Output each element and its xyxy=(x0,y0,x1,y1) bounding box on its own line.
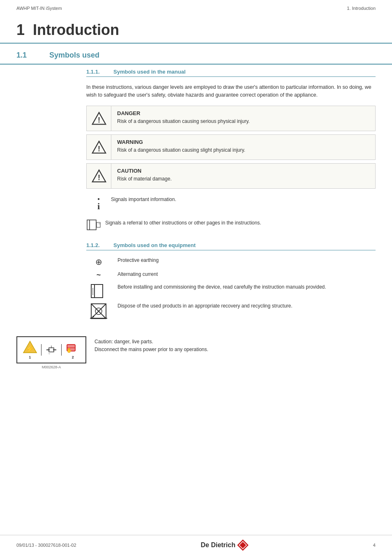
ac-text: Alternating current xyxy=(118,271,376,278)
header-left: AWHP MIT-IN iSystem xyxy=(16,6,62,11)
caution-box: ! CAUTION Risk of material damage. xyxy=(86,163,376,189)
caution-label: CAUTION xyxy=(117,168,369,174)
warning-content: WARNING Risk of a dangerous situation ca… xyxy=(111,135,375,158)
earth-icon-cell: ⊕ xyxy=(86,257,111,267)
info-bullet: ● xyxy=(97,197,100,201)
caution-content: CAUTION Risk of material damage. xyxy=(111,164,375,187)
footer-logo: De Dietrich xyxy=(201,539,248,551)
recycle-text: Dispose of the used products in an appro… xyxy=(118,303,376,310)
earth-text: Protective earthing xyxy=(118,257,376,264)
chapter-title-block: 1 Introduction xyxy=(0,14,392,44)
referral-book-icon: → xyxy=(86,219,101,231)
footer-left: 09/01/13 - 300027618-001-02 xyxy=(16,543,76,548)
caution-triangle-icon: ! xyxy=(92,169,106,183)
equipment-symbols-list: ⊕ Protective earthing ~ Alternating curr… xyxy=(86,257,376,320)
panel-danger-icon: ⚡ xyxy=(23,340,37,354)
section-title: 1.1 Symbols used xyxy=(16,51,376,60)
content-area: 1.1.1. Symbols used in the manual In the… xyxy=(0,65,392,332)
svg-text:!: ! xyxy=(98,144,100,153)
bottom-image-area: ⚡ 1 → ✋ 2 xyxy=(0,332,392,373)
warning-box: ! WARNING Risk of a dangerous situation … xyxy=(86,134,376,160)
chapter-title: 1 Introduction xyxy=(16,21,376,39)
caution-text: Risk of material damage. xyxy=(117,176,369,183)
bottom-caution-line1: Caution: danger, live parts. xyxy=(95,338,208,346)
manual-icon-cell xyxy=(86,284,111,298)
footer-logo-text: De Dietrich xyxy=(201,541,235,549)
svg-rect-6 xyxy=(87,220,96,230)
equip-row-ac: ~ Alternating current xyxy=(86,271,376,280)
warning-text: Risk of a dangerous situation causing sl… xyxy=(117,147,369,154)
alternating-current-icon: ~ xyxy=(97,271,101,280)
panel-label: M002628-A xyxy=(42,365,61,369)
section-title-text: Symbols used xyxy=(49,51,99,60)
warning-panel-block: ⚡ 1 → ✋ 2 xyxy=(16,336,86,369)
page-footer: 09/01/13 - 300027618-001-02 De Dietrich … xyxy=(0,535,392,555)
panel-left-section: ⚡ 1 xyxy=(23,340,37,359)
panel-middle-section: → xyxy=(41,344,62,356)
svg-text:!: ! xyxy=(98,173,100,181)
panel-num-2: 2 xyxy=(72,355,74,359)
left-margin xyxy=(16,69,86,324)
manual-text: Before installing and commissioning the … xyxy=(118,284,376,291)
svg-text:→: → xyxy=(47,352,51,356)
recycle-icon xyxy=(90,303,107,320)
panel-hand-icon: ✋ xyxy=(65,340,80,354)
danger-content: DANGER Risk of a dangerous situation cau… xyxy=(111,106,375,129)
subsection-1-1-2-block: 1.1.2. Symbols used on the equipment xyxy=(86,242,376,250)
caution-icon-cell: ! xyxy=(87,164,111,188)
equip-row-manual: Before installing and commissioning the … xyxy=(86,284,376,298)
svg-text:!: ! xyxy=(98,116,100,124)
book-ref-icon: → xyxy=(86,219,101,234)
warning-icon-cell: ! xyxy=(87,135,111,160)
info-icon-cell: ● i xyxy=(86,194,111,213)
subsection-1-1-1-block: 1.1.1. Symbols used in the manual xyxy=(86,69,376,77)
info-i-symbol: i xyxy=(97,202,100,211)
intro-paragraph: In these instructions, various danger le… xyxy=(86,83,376,99)
de-dietrich-logo-icon xyxy=(237,539,249,551)
danger-triangle-icon: ! xyxy=(92,111,106,126)
recycle-icon-cell xyxy=(86,303,111,320)
warning-panel-image: ⚡ 1 → ✋ 2 xyxy=(16,336,86,363)
warning-triangle-icon: ! xyxy=(92,140,106,155)
referral-line: → Signals a referral to other instructio… xyxy=(86,219,376,234)
panel-disconnect-icon: → xyxy=(45,344,58,356)
chapter-number: 1 xyxy=(16,21,25,39)
svg-text:✋: ✋ xyxy=(66,347,72,353)
main-content: 1.1.1. Symbols used in the manual In the… xyxy=(86,69,376,324)
danger-icon-cell: ! xyxy=(87,106,111,131)
manual-book-icon xyxy=(90,284,107,298)
protective-earth-icon: ⊕ xyxy=(95,257,102,267)
subsection-1-1-1-title: Symbols used in the manual xyxy=(113,69,186,75)
referral-text: Signals a referral to other instructions… xyxy=(105,219,261,227)
info-symbol-block: ● i xyxy=(97,197,100,211)
chapter-title-text: Introduction xyxy=(33,21,119,39)
subsection-1-1-1-num: 1.1.1. xyxy=(86,69,107,75)
bottom-caution-line2: Disconnect the mains power prior to any … xyxy=(95,346,208,354)
equip-row-earth: ⊕ Protective earthing xyxy=(86,257,376,267)
page-header: AWHP MIT-IN iSystem 1. Introduction xyxy=(0,0,392,14)
danger-text: Risk of a dangerous situation causing se… xyxy=(117,118,369,125)
equip-row-recycle: Dispose of the used products in an appro… xyxy=(86,303,376,320)
subsection-1-1-2-title: Symbols used on the equipment xyxy=(113,242,196,248)
ac-icon-cell: ~ xyxy=(86,271,111,280)
section-number: 1.1 xyxy=(16,51,37,60)
danger-label: DANGER xyxy=(117,110,369,116)
footer-page-number: 4 xyxy=(373,543,376,548)
panel-num-1: 1 xyxy=(29,355,31,359)
warning-label: WARNING xyxy=(117,139,369,145)
info-text: Signals important information. xyxy=(111,194,176,203)
panel-right-section: ✋ 2 xyxy=(65,340,80,359)
section-1-1-block: 1.1 Symbols used xyxy=(0,44,392,65)
subsection-1-1-2-num: 1.1.2. xyxy=(86,242,107,248)
svg-point-19 xyxy=(92,316,94,317)
header-right: 1. Introduction xyxy=(347,6,376,11)
bottom-caution-text: Caution: danger, live parts. Disconnect … xyxy=(95,336,208,354)
svg-text:⚡: ⚡ xyxy=(26,345,34,353)
info-box: ● i Signals important information. xyxy=(86,192,376,216)
danger-box: ! DANGER Risk of a dangerous situation c… xyxy=(86,106,376,131)
svg-rect-11 xyxy=(95,284,103,298)
